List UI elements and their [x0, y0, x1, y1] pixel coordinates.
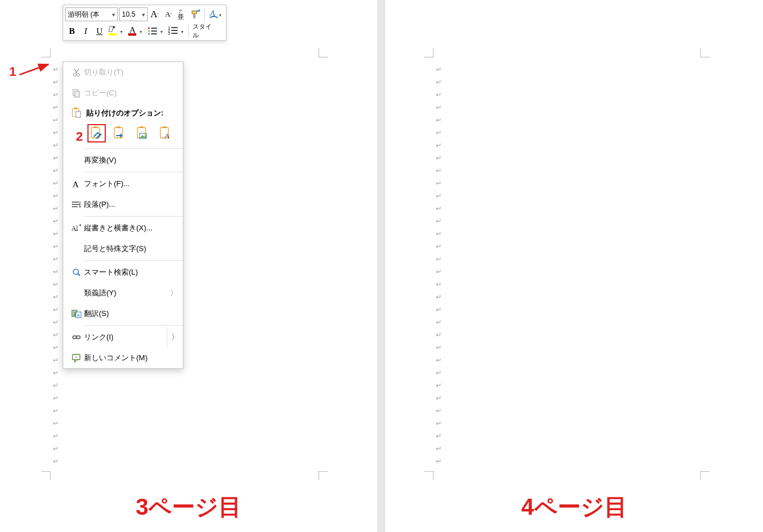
svg-text:▾: ▾	[120, 29, 122, 34]
svg-rect-30	[74, 107, 77, 109]
menu-separator	[84, 260, 183, 261]
blank-icon	[69, 155, 84, 166]
svg-point-48	[74, 269, 79, 275]
svg-text:3: 3	[168, 32, 170, 36]
numbering-button[interactable]: 123▾	[166, 24, 187, 38]
svg-point-13	[148, 30, 150, 32]
annotation-1: 1	[9, 64, 16, 79]
grow-font-button[interactable]: Aˆ	[148, 7, 162, 22]
page-3-label: 3ページ目	[136, 491, 241, 523]
font-name-select[interactable]: 游明朝 (本 ▾	[65, 7, 118, 21]
svg-text:▾: ▾	[181, 29, 183, 34]
menu-symbols[interactable]: 記号と特殊文字(S)	[63, 238, 183, 259]
menu-font[interactable]: A フォント(F)...	[63, 174, 183, 194]
menu-separator	[84, 216, 183, 217]
annotation-1-arrow	[17, 62, 52, 78]
menu-synonyms-label: 類義語(Y)	[84, 288, 170, 298]
svg-rect-45	[72, 204, 80, 205]
margin-corner-tr	[319, 48, 328, 57]
submenu-arrow-icon: 〉	[171, 332, 179, 342]
menu-smart-lookup[interactable]: スマート検索(L)	[63, 262, 183, 283]
italic-button[interactable]: I	[79, 24, 93, 38]
menu-copy[interactable]: コピー(C)	[63, 83, 183, 103]
mini-toolbar: 游明朝 (本 ▾ 10.5 ▾ Aˆ Aˇ ア亜 A▾ B I U ▾	[63, 5, 227, 41]
font-icon: A	[69, 178, 84, 190]
menu-paragraph[interactable]: 段落(P)...	[63, 194, 183, 215]
font-color-button[interactable]: A▾	[126, 24, 145, 38]
font-size-select[interactable]: 10.5 ▾	[119, 7, 148, 21]
menu-link[interactable]: リンク(I) 〉	[63, 327, 183, 348]
cut-icon	[69, 67, 84, 78]
svg-text:ア: ア	[178, 9, 182, 13]
svg-rect-16	[151, 33, 157, 34]
menu-translate[interactable]: あa 翻訳(S)	[63, 303, 183, 324]
svg-text:a: a	[77, 313, 80, 318]
paragraph-icon	[69, 199, 84, 210]
svg-rect-44	[72, 202, 79, 203]
comment-icon: +	[69, 352, 84, 364]
menu-synonyms[interactable]: 類義語(Y) 〉	[63, 283, 183, 303]
menu-separator	[84, 325, 183, 326]
svg-rect-19	[171, 27, 178, 28]
svg-rect-33	[94, 126, 97, 128]
svg-rect-46	[72, 206, 78, 207]
menu-text-direction-label: 縦書きと横書き(X)...	[84, 223, 177, 233]
svg-point-11	[148, 28, 150, 29]
highlight-color-button[interactable]: ▾	[106, 24, 126, 38]
margin-corner-tl	[424, 48, 434, 57]
styles-button[interactable]: スタイル	[190, 24, 215, 38]
menu-reconvert-label: 再変換(V)	[84, 155, 177, 165]
paste-picture-button[interactable]	[133, 124, 152, 142]
menu-copy-label: コピー(C)	[84, 88, 177, 98]
paste-keep-source-button[interactable]	[87, 124, 106, 142]
svg-text:A: A	[71, 225, 76, 233]
font-color-split-button[interactable]: A▾	[206, 7, 224, 22]
margin-corner-br	[700, 471, 710, 480]
svg-text:+: +	[75, 354, 78, 360]
menu-cut[interactable]: 切り取り(T)	[63, 62, 183, 83]
format-painter-button[interactable]	[189, 7, 203, 22]
copy-icon	[69, 87, 84, 99]
paste-text-only-button[interactable]: A	[156, 124, 175, 142]
svg-point-15	[148, 33, 150, 35]
svg-rect-41	[163, 126, 166, 128]
margin-corner-tl	[41, 48, 51, 57]
menu-separator	[84, 172, 183, 172]
page-4: ↵↵↵↵↵↵↵↵↵↵↵↵↵↵↵↵↵↵↵↵↵↵↵↵↵↵↵↵↵↵↵↵ 4ページ目	[385, 0, 763, 532]
link-icon	[69, 331, 84, 343]
phonetic-guide-button[interactable]: ア亜	[175, 7, 189, 22]
margin-corner-bl	[424, 471, 434, 480]
menu-link-label: リンク(I)	[84, 332, 167, 342]
menu-text-direction[interactable]: A 縦書きと横書き(X)...	[63, 218, 183, 238]
paragraph-marks-left: ↵↵↵↵↵↵↵↵↵↵↵↵↵↵↵↵↵↵↵↵↵↵↵↵↵↵↵↵↵↵↵↵	[53, 63, 59, 468]
svg-rect-12	[151, 28, 157, 29]
submenu-arrow-box[interactable]: 〉	[167, 327, 183, 348]
svg-point-39	[144, 134, 146, 136]
page-gap	[377, 0, 385, 532]
svg-text:A: A	[72, 180, 79, 188]
bullets-button[interactable]: ▾	[145, 24, 166, 38]
svg-rect-3	[193, 14, 195, 18]
context-menu: 切り取り(T) コピー(C) 貼り付けのオプション: A 2 再変換(V) A …	[63, 61, 183, 369]
margin-corner-br	[319, 471, 328, 480]
shrink-font-button[interactable]: Aˇ	[162, 7, 175, 22]
svg-rect-31	[76, 111, 80, 117]
svg-rect-37	[140, 126, 143, 128]
svg-point-26	[77, 74, 80, 76]
submenu-arrow-icon: 〉	[170, 288, 177, 298]
chevron-down-icon: ▾	[112, 11, 115, 18]
menu-smart-lookup-label: スマート検索(L)	[84, 267, 177, 277]
toolbar-separator	[204, 8, 205, 21]
bold-button[interactable]: B	[65, 24, 79, 38]
menu-cut-label: 切り取り(T)	[84, 67, 177, 78]
paste-merge-button[interactable]	[110, 124, 129, 142]
svg-rect-21	[171, 30, 178, 31]
page-4-label: 4ページ目	[521, 491, 627, 523]
svg-line-49	[78, 274, 80, 276]
menu-reconvert[interactable]: 再変換(V)	[63, 150, 183, 171]
underline-button[interactable]: U	[93, 24, 106, 38]
svg-text:▾: ▾	[219, 13, 221, 18]
menu-new-comment[interactable]: + 新しいコメント(M)	[63, 348, 183, 368]
menu-symbols-label: 記号と特殊文字(S)	[84, 244, 177, 254]
svg-text:亜: 亜	[178, 13, 184, 20]
